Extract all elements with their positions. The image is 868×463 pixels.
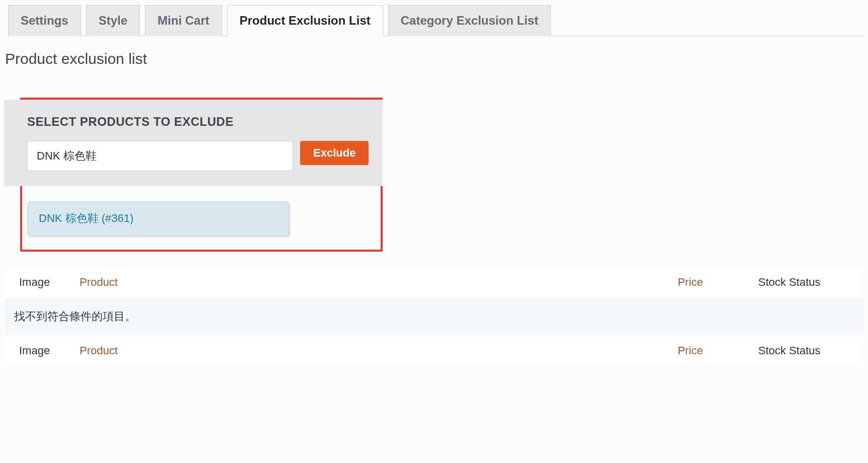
table-footer-row: Image Product Price Stock Status (5, 335, 863, 366)
table-header-row: Image Product Price Stock Status (5, 267, 863, 298)
autocomplete-item[interactable]: DNK 棕色鞋 (#361) (27, 201, 289, 236)
col-footer-stock-status: Stock Status (758, 344, 849, 357)
exclude-form-panel: SELECT PRODUCTS TO EXCLUDE Exclude (4, 100, 383, 186)
col-footer-image: Image (19, 344, 80, 357)
col-footer-product[interactable]: Product (80, 344, 678, 357)
exclusion-table: Image Product Price Stock Status 找不到符合條件… (5, 267, 863, 366)
col-header-product[interactable]: Product (80, 276, 678, 289)
tab-category-exclusion-list[interactable]: Category Exclusion List (388, 5, 551, 36)
exclude-button[interactable]: Exclude (300, 141, 369, 165)
tab-mini-cart[interactable]: Mini Cart (145, 5, 222, 36)
col-header-stock-status: Stock Status (758, 276, 849, 289)
tab-product-exclusion-list[interactable]: Product Exclusion List (227, 5, 383, 36)
autocomplete-dropdown: DNK 棕色鞋 (#361) (27, 201, 289, 236)
col-footer-price[interactable]: Price (678, 344, 758, 357)
page-title: Product exclusion list (5, 50, 863, 67)
col-header-image: Image (19, 276, 80, 289)
highlight-box: SELECT PRODUCTS TO EXCLUDE Exclude DNK 棕… (20, 98, 383, 252)
tabs-nav: Settings Style Mini Cart Product Exclusi… (8, 5, 863, 36)
tab-style[interactable]: Style (86, 5, 140, 36)
col-header-price[interactable]: Price (678, 276, 758, 289)
input-row: Exclude (27, 141, 378, 171)
tab-settings[interactable]: Settings (8, 5, 81, 36)
product-search-input[interactable] (27, 141, 293, 171)
section-heading: SELECT PRODUCTS TO EXCLUDE (27, 115, 378, 129)
table-empty-message: 找不到符合條件的項目。 (5, 298, 863, 335)
